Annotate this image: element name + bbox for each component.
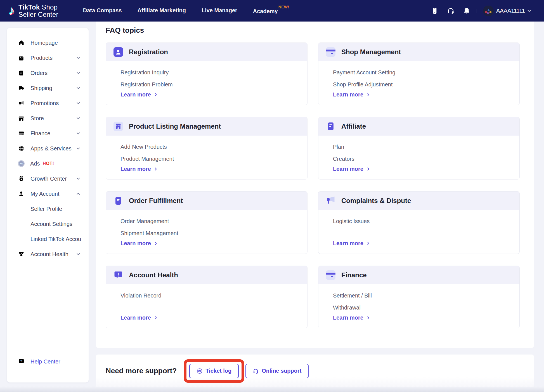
faq-topic-link[interactable]: Plan: [333, 141, 344, 153]
page-title: FAQ topics: [106, 26, 520, 35]
faq-card-header: Affiliate: [318, 117, 519, 136]
online-support-button[interactable]: Online support: [245, 364, 309, 378]
faq-card-title: Account Health: [129, 271, 178, 279]
chevron-down-icon: [76, 70, 81, 75]
sidebar-item-orders[interactable]: Orders: [7, 65, 89, 81]
faq-card-order-fulfillment: Order Fulfillment Order Management Shipm…: [106, 191, 308, 254]
faq-topic-link[interactable]: Payment Account Setting: [333, 67, 395, 79]
faq-card-header: Order Fulfillment: [106, 192, 307, 210]
sidebar-item-ads[interactable]: AD Ads HOT!: [7, 156, 89, 171]
ticket-log-label: Ticket log: [205, 368, 231, 374]
faq-topic-link[interactable]: Withdrawal: [333, 302, 361, 314]
new-badge: NEW!: [278, 5, 289, 9]
faq-card-header: Shop Management: [318, 43, 519, 61]
user-name[interactable]: AAAA11111: [496, 8, 525, 14]
sidebar-item-label: Seller Profile: [30, 206, 81, 212]
chevron-up-icon: [76, 191, 81, 196]
notification-bell-icon[interactable]: [463, 7, 470, 15]
faq-topic-link[interactable]: Violation Record: [120, 290, 161, 302]
chevron-down-icon: [76, 146, 81, 151]
learn-more-link[interactable]: Learn more: [333, 166, 371, 172]
sidebar-item-seller-profile[interactable]: Seller Profile: [7, 201, 89, 216]
faq-topic-link[interactable]: Registration Inquiry: [120, 67, 169, 79]
learn-more-label: Learn more: [333, 240, 363, 247]
faq-card-body: Add New Products Product Management Lear…: [106, 136, 307, 179]
faq-topic-link[interactable]: Shop Profile Adjustment: [333, 79, 392, 91]
learn-more-link[interactable]: Learn more: [333, 91, 371, 98]
chevron-down-icon[interactable]: [527, 8, 532, 13]
chevron-down-icon: [76, 55, 81, 60]
learn-more-link[interactable]: Learn more: [333, 240, 371, 247]
logo-text: TikTok Shop Seller Center: [18, 4, 58, 18]
learn-more-link[interactable]: Learn more: [120, 91, 158, 98]
nav-academy[interactable]: AcademyNEW!: [253, 7, 289, 15]
faq-card-header: Product Listing Management: [106, 117, 307, 136]
learn-more-link[interactable]: Learn more: [120, 240, 158, 247]
faq-topic-link[interactable]: Registration Problem: [120, 79, 173, 91]
ticket-icon: [197, 368, 203, 374]
shopping-bag-icon: [18, 55, 24, 61]
nav-data-compass[interactable]: Data Compass: [83, 7, 122, 15]
sidebar-item-label: Homepage: [30, 40, 81, 46]
faq-card-affiliate: Affiliate Plan Creators Learn more: [318, 117, 520, 180]
chevron-right-icon: [153, 315, 158, 320]
faq-card-title: Product Listing Management: [129, 122, 221, 130]
faq-card-header: Finance: [318, 266, 519, 284]
faq-card-title: Order Fulfillment: [129, 197, 183, 205]
sidebar-item-products[interactable]: Products: [7, 50, 89, 65]
learn-more-link[interactable]: Learn more: [333, 315, 371, 321]
nav-affiliate-marketing[interactable]: Affiliate Marketing: [138, 7, 186, 15]
faq-main-content: FAQ topics Registration Registration Inq…: [96, 22, 534, 348]
sidebar-item-growth-center[interactable]: Growth Center: [7, 171, 89, 186]
faq-topic-link[interactable]: Shipment Management: [120, 227, 178, 239]
sidebar-item-account-health[interactable]: Account Health: [7, 247, 89, 262]
online-support-label: Online support: [262, 368, 301, 374]
sidebar-item-label: Account Settings: [30, 221, 81, 227]
faq-topic-link[interactable]: Logistic Issues: [333, 215, 370, 227]
tiktok-shop-logo[interactable]: ♪ TikTok Shop Seller Center: [8, 4, 58, 18]
topbar-right-controls: AAAA11111: [431, 6, 532, 16]
mobile-app-icon[interactable]: [431, 7, 439, 15]
sidebar-item-my-account[interactable]: My Account: [7, 186, 89, 201]
faq-topic-link[interactable]: Add New Products: [120, 141, 167, 153]
sidebar-item-store[interactable]: Store: [7, 111, 89, 126]
credit-card-icon: [18, 130, 24, 136]
user-avatar[interactable]: [483, 6, 494, 16]
learn-more-label: Learn more: [120, 315, 151, 321]
help-bubble-icon: [18, 358, 24, 365]
faq-card-body: Registration Inquiry Registration Proble…: [106, 61, 307, 105]
sidebar-item-help-center[interactable]: Help Center: [7, 354, 89, 369]
faq-card-body: Order Management Shipment Management Lea…: [106, 210, 307, 254]
faq-card-body: Violation Record Learn more: [106, 284, 307, 328]
chevron-right-icon: [366, 92, 371, 97]
seller-center-page: ♪ TikTok Shop Seller Center Data Compass…: [0, 0, 544, 392]
sidebar-item-promotions[interactable]: Promotions: [7, 96, 89, 111]
learn-more-link[interactable]: Learn more: [120, 315, 158, 321]
sidebar-item-label: Store: [30, 115, 76, 122]
faq-card-shop-management: Shop Management Payment Account Setting …: [318, 42, 520, 105]
registration-person-icon: [113, 47, 123, 57]
support-headset-icon[interactable]: [447, 7, 455, 15]
faq-card-registration: Registration Registration Inquiry Regist…: [106, 42, 308, 105]
sidebar-item-label: Ads: [30, 160, 40, 167]
faq-topic-link[interactable]: Settlement / Bill: [333, 290, 372, 302]
payment-card-icon: [326, 47, 335, 57]
faq-topic-link[interactable]: Creators: [333, 153, 354, 165]
faq-card-body: Plan Creators Learn more: [318, 136, 519, 179]
learn-more-label: Learn more: [333, 91, 363, 98]
sidebar-item-apps-services[interactable]: Apps & Services: [7, 141, 89, 156]
faq-topic-link[interactable]: Product Management: [120, 153, 174, 165]
ticket-log-button[interactable]: Ticket log: [189, 364, 239, 378]
nav-live-manager[interactable]: Live Manager: [202, 7, 237, 15]
sidebar-item-finance[interactable]: Finance: [7, 126, 89, 141]
logo-seller-center: Seller Center: [18, 11, 58, 18]
sidebar-item-shipping[interactable]: Shipping: [7, 81, 89, 96]
sidebar-item-account-settings[interactable]: Account Settings: [7, 216, 89, 232]
sidebar-item-label: Shipping: [30, 85, 76, 91]
chevron-right-icon: [153, 92, 158, 97]
faq-topic-link[interactable]: Order Management: [120, 215, 169, 227]
learn-more-link[interactable]: Learn more: [120, 166, 158, 172]
sidebar-item-homepage[interactable]: Homepage: [7, 35, 89, 50]
faq-card-title: Complaints & Dispute: [341, 197, 411, 205]
sidebar-item-linked-tiktok-accounts[interactable]: Linked TikTok Accou...: [7, 232, 89, 247]
